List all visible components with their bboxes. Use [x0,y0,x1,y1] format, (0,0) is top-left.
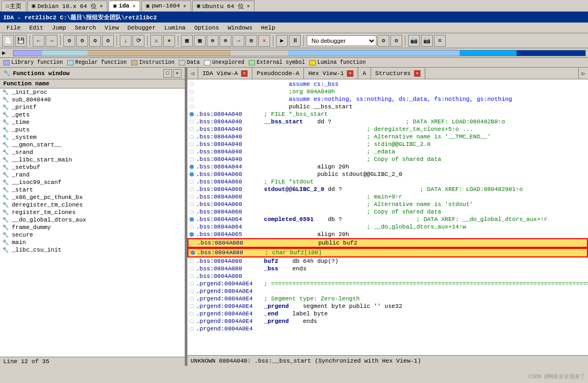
menu-file[interactable]: File [2,24,25,32]
function-row[interactable]: 🔧 register_tm_clones [0,209,185,216]
toolbar-fwd[interactable]: → [46,35,57,47]
tab-debian[interactable]: ▣ Debian 10.x 64 位 ✕ [27,1,107,11]
panel-title: Functions window [13,70,70,77]
debugger-select[interactable]: No debugger [307,35,376,46]
toolbar-dbg2[interactable]: ⚙ [390,35,402,47]
tab-pwn-close[interactable]: ✕ [183,3,186,9]
ida-tab-structures-close[interactable]: ✕ [414,70,420,77]
fn-icon: 🔧 [2,127,10,133]
function-row[interactable]: 🔧 main [0,239,185,246]
toolbar-new[interactable]: 📄 [2,35,14,47]
menu-options[interactable]: Options [190,24,223,32]
fn-icon: 🔧 [2,172,10,178]
toolbar-btn6[interactable]: ⚙ [102,35,114,47]
function-row[interactable]: 🔧 _system [0,134,185,141]
ida-tab-a[interactable]: A [358,68,371,79]
legend-data-label: Data [187,60,200,65]
asm-line: .bss:0804A040 ; FILE *_bss_start [187,111,588,118]
function-row[interactable]: 🔧 __isoc99_scanf [0,179,185,186]
menu-view[interactable]: View [100,24,123,32]
toolbar-seg3[interactable]: ⊕ [207,35,219,47]
ida-tab-view-a[interactable]: IDA View-A ✕ [198,68,252,79]
ida-tab-hex-close[interactable]: ✕ [347,70,353,77]
asm-line: .prgend:0804A0E4 ; =====================… [187,280,588,288]
toolbar-btn3[interactable]: ⚙ [63,35,75,47]
toolbar-snap3[interactable]: ≡ [434,35,446,47]
ida-tab-nav[interactable]: ◁ [187,68,198,79]
toolbar-seg2[interactable]: ▦ [194,35,206,47]
menu-debugger[interactable]: Debugger [123,24,160,32]
function-row[interactable]: 🔧 sub_8048440 [0,96,185,104]
function-row[interactable]: 🔧 __do_global_dtors_aux [0,216,185,224]
function-row[interactable]: 🔧 _rand [0,171,185,179]
function-row[interactable]: 🔧 _setvbuf [0,164,185,171]
menu-windows[interactable]: Windows [223,24,257,32]
toolbar-dbg1[interactable]: ⚙ [378,35,389,47]
function-row[interactable]: 🔧 deregister_tm_clones [0,201,185,209]
function-row[interactable]: 🔧 _init_proc [0,89,185,96]
toolbar-seg1[interactable]: ▦ [181,35,193,47]
toolbar-green[interactable]: ● [163,35,175,47]
toolbar-seg6[interactable]: ⊞ [245,35,257,47]
ida-tab-hex[interactable]: Hex View-1 ✕ [304,68,358,79]
toolbar-up[interactable]: ⟳ [133,35,144,47]
toolbar-save[interactable]: 💾 [15,35,27,47]
nav-arrow[interactable]: ▶ [2,49,11,56]
fn-icon: 🔧 [2,104,10,111]
function-row[interactable]: 🔧 _libc_csu_init [0,246,185,254]
menu-edit[interactable]: Edit [25,24,47,32]
menu-help[interactable]: Help [257,24,279,32]
function-row[interactable]: 🔧 frame_dummy [0,224,185,231]
function-row[interactable]: 🔧 _time [0,119,185,126]
toolbar-snap1[interactable]: 📷 [408,35,420,47]
function-row[interactable]: 🔧 _printf [0,104,185,111]
function-row[interactable]: 🔧 _gets [0,111,185,119]
ida-tab-structures[interactable]: Structures ✕ [371,68,425,79]
function-row[interactable]: 🔧 __libc_start_main [0,156,185,164]
tab-ubuntu-close[interactable]: ✕ [247,3,250,9]
menu-search[interactable]: Search [70,24,100,32]
toolbar-seg5[interactable]: → [233,35,244,47]
asm-line: .bss:0804A060 ; Copy of shared data [187,208,588,216]
toolbar-down[interactable]: ↓ [120,35,132,47]
toolbar-stop[interactable]: ✕ [258,35,270,47]
ida-tab-collapse[interactable]: ▷ [578,68,588,79]
asm-dot [191,241,195,245]
panel-restore-btn[interactable]: □ [163,69,172,78]
ida-tab-pseudocode[interactable]: Pseudocode-A [252,68,304,79]
legend-unexplored-label: Unexplored [212,60,244,65]
nav-bar: ▶ [0,48,588,58]
toolbar-btn5[interactable]: ⚙ [89,35,101,47]
function-row[interactable]: 🔧 _x86_get_pc_thunk_bx [0,194,185,201]
asm-line: .bss:0804A064 ; __do_global_dtors_aux+14… [187,223,588,231]
asm-dot [190,127,194,131]
function-row[interactable]: 🔧 secure [0,231,185,239]
menu-jump[interactable]: Jump [48,24,70,32]
asm-line: .prgend:0804A0E4 [187,325,588,333]
menu-lumina[interactable]: Lumina [160,24,190,32]
tab-ubuntu[interactable]: ▣ Ubuntu 64 位 ✕ [192,1,255,11]
toolbar-seg4[interactable]: ⊕ [220,35,231,47]
panel-close-btn[interactable]: ✕ [173,69,182,78]
toolbar-play[interactable]: ▶ [276,35,288,47]
asm-content[interactable]: assume cs:_bss ;org 804A040h assume es:n… [187,79,588,355]
panel-header: 🔧 Functions window □ ✕ [0,68,185,79]
tab-ida[interactable]: ▣ ida ✕ [108,1,140,11]
tab-ida-close[interactable]: ✕ [133,3,135,9]
function-row[interactable]: 🔧 _start [0,186,185,194]
functions-list[interactable]: 🔧 _init_proc 🔧 sub_8048440 🔧 _printf 🔧 _… [0,89,185,357]
function-row[interactable]: 🔧 _puts [0,126,185,134]
tab-pwn[interactable]: ▣ pwn-1604 ✕ [141,1,191,11]
tab-debian-close[interactable]: ✕ [100,3,103,9]
toolbar-pause[interactable]: ⏸ [289,35,301,47]
toolbar-snap2[interactable]: 📷 [421,35,433,47]
ida-tab-view-a-close[interactable]: ✕ [241,70,248,77]
function-row[interactable]: 🔧 _srand [0,149,185,156]
toolbar-btn4[interactable]: ⚙ [76,35,88,47]
legend-lumina-color [309,60,316,65]
toolbar-alert[interactable]: ⚠ [150,35,162,47]
tab-home[interactable]: ⌂ 主页 [1,1,26,11]
asm-line: .bss:0804A040 __bss_start dd ? ; DATA XR… [187,118,588,126]
function-row[interactable]: 🔧 __gmon_start__ [0,141,185,149]
toolbar-back[interactable]: ← [33,35,45,47]
